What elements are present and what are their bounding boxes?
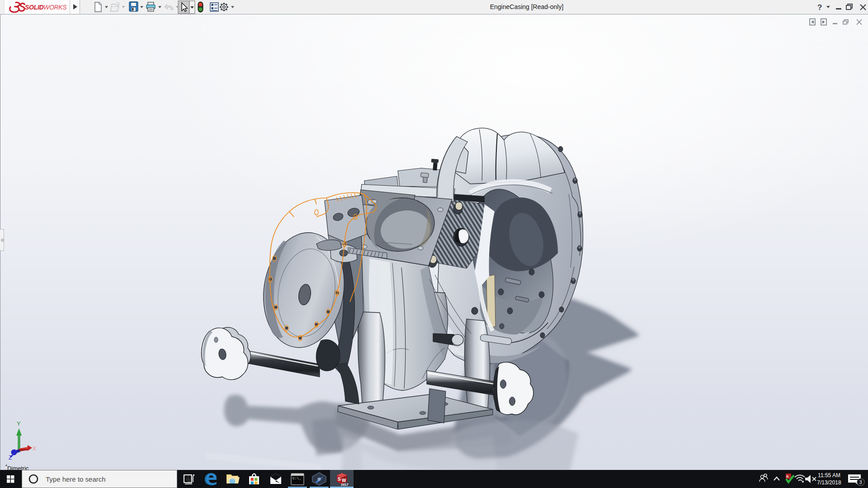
svg-text:Y: Y (17, 420, 21, 427)
svg-text:Z: Z (9, 455, 12, 461)
svg-text:S: S (786, 474, 789, 479)
svg-text:SOLID: SOLID (25, 4, 43, 11)
svg-text:C:\_: C:\_ (292, 476, 301, 480)
svg-text:WORKS: WORKS (43, 4, 67, 11)
svg-text:?: ? (817, 3, 822, 12)
svg-text:S: S (338, 477, 341, 482)
svg-text:2017: 2017 (341, 483, 349, 487)
svg-text:X: X (33, 446, 36, 452)
svg-text:3: 3 (859, 479, 862, 485)
